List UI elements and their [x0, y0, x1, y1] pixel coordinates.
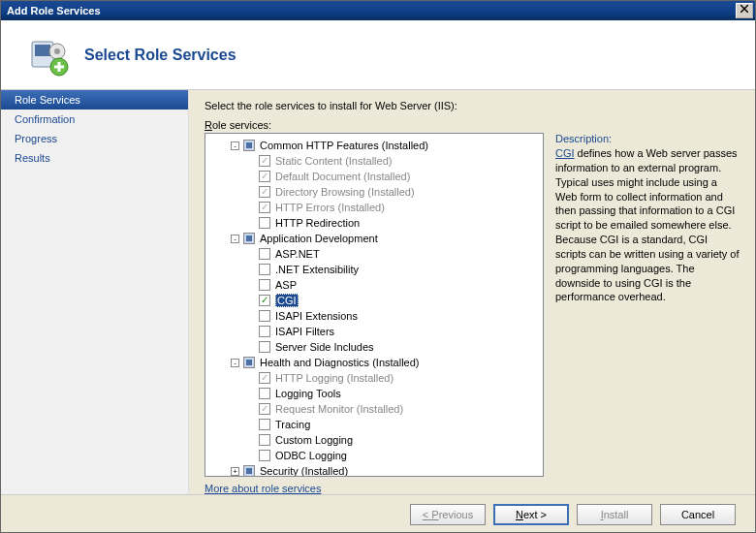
- tree-item[interactable]: ISAPI Filters: [205, 324, 543, 339]
- tree-item-label: ODBC Logging: [275, 450, 347, 461]
- role-services-tree[interactable]: -Common HTTP Features (Installed)Static …: [205, 133, 544, 477]
- tree-item-label: Request Monitor (Installed): [275, 403, 403, 415]
- collapse-icon[interactable]: -: [231, 359, 239, 367]
- tree-item-label: HTTP Redirection: [275, 217, 360, 229]
- window-titlebar: Add Role Services: [1, 1, 755, 20]
- wizard-sidebar: Role Services Confirmation Progress Resu…: [1, 90, 189, 494]
- checkbox[interactable]: [259, 310, 270, 322]
- tree-item-label: Default Document (Installed): [275, 171, 410, 182]
- tree-item[interactable]: Server Side Includes: [205, 339, 543, 355]
- checkbox[interactable]: [243, 465, 255, 477]
- tree-item-label: Directory Browsing (Installed): [275, 186, 415, 198]
- tree-item[interactable]: Static Content (Installed): [205, 153, 543, 169]
- wizard-icon: [24, 32, 71, 78]
- checkbox[interactable]: [259, 326, 270, 337]
- tree-item-label: Server Side Includes: [275, 341, 374, 353]
- tree-item-label: CGI: [275, 294, 299, 307]
- tree-item-label: Tracing: [275, 419, 310, 430]
- install-button[interactable]: Install: [577, 504, 652, 525]
- checkbox[interactable]: [259, 388, 270, 399]
- tree-item-label: HTTP Errors (Installed): [275, 202, 385, 213]
- page-title: Select Role Services: [84, 47, 236, 64]
- tree-item[interactable]: -Common HTTP Features (Installed): [205, 138, 543, 153]
- tree-item[interactable]: -Health and Diagnostics (Installed): [205, 355, 543, 370]
- svg-point-3: [54, 48, 60, 54]
- intro-text: Select the role services to install for …: [205, 100, 740, 111]
- sidebar-item-label: Progress: [15, 133, 57, 144]
- tree-item[interactable]: Logging Tools: [205, 386, 543, 401]
- tree-item[interactable]: CGI: [205, 293, 543, 308]
- wizard-header: Select Role Services: [1, 20, 755, 90]
- checkbox[interactable]: [259, 264, 270, 275]
- tree-item-label: Health and Diagnostics (Installed): [260, 357, 419, 368]
- checkbox[interactable]: [259, 341, 270, 353]
- tree-item[interactable]: HTTP Errors (Installed): [205, 200, 543, 215]
- checkbox[interactable]: [259, 248, 270, 260]
- checkbox[interactable]: [259, 434, 270, 446]
- checkbox[interactable]: [259, 450, 270, 461]
- tree-item-label: HTTP Logging (Installed): [275, 372, 394, 384]
- expand-icon[interactable]: +: [231, 467, 239, 476]
- tree-item[interactable]: HTTP Logging (Installed): [205, 370, 543, 386]
- role-services-label: Role services:: [205, 119, 740, 131]
- content-area: Select the role services to install for …: [189, 90, 755, 494]
- collapse-icon[interactable]: -: [231, 141, 239, 150]
- tree-item[interactable]: ODBC Logging: [205, 448, 543, 463]
- checkbox[interactable]: [259, 419, 270, 430]
- description-body: defines how a Web server passes informat…: [555, 147, 740, 302]
- tree-item[interactable]: .NET Extensibility: [205, 262, 543, 277]
- sidebar-item-label: Confirmation: [15, 113, 75, 125]
- checkbox: [259, 186, 270, 198]
- tree-item[interactable]: Request Monitor (Installed): [205, 401, 543, 417]
- sidebar-item-label: Role Services: [15, 94, 80, 106]
- tree-item[interactable]: Directory Browsing (Installed): [205, 184, 543, 200]
- close-button[interactable]: [736, 3, 753, 18]
- tree-item[interactable]: HTTP Redirection: [205, 215, 543, 231]
- tree-item[interactable]: ASP.NET: [205, 246, 543, 262]
- sidebar-item-role-services[interactable]: Role Services: [1, 90, 188, 110]
- tree-item-label: Security (Installed): [260, 465, 348, 477]
- tree-item[interactable]: Tracing: [205, 417, 543, 432]
- collapse-icon[interactable]: -: [231, 235, 239, 243]
- checkbox[interactable]: [243, 357, 255, 368]
- checkbox: [259, 403, 270, 415]
- checkbox[interactable]: [259, 279, 270, 291]
- sidebar-item-results[interactable]: Results: [1, 148, 188, 168]
- tree-item[interactable]: ASP: [205, 277, 543, 293]
- description-panel: Description: CGI defines how a Web serve…: [555, 133, 740, 477]
- tree-item[interactable]: Custom Logging: [205, 432, 543, 448]
- tree-item[interactable]: -Application Development: [205, 231, 543, 246]
- tree-item-label: ASP: [275, 279, 297, 291]
- sidebar-item-progress[interactable]: Progress: [1, 129, 188, 148]
- tree-item-label: ISAPI Extensions: [275, 310, 358, 322]
- checkbox[interactable]: [259, 217, 270, 229]
- checkbox[interactable]: [243, 140, 255, 151]
- more-about-link[interactable]: More about role services: [205, 483, 740, 494]
- checkbox[interactable]: [259, 295, 270, 306]
- cancel-button[interactable]: Cancel: [660, 504, 736, 525]
- checkbox[interactable]: [243, 233, 255, 244]
- tree-item-label: Application Development: [260, 233, 378, 244]
- close-icon: [740, 5, 748, 13]
- tree-item[interactable]: Default Document (Installed): [205, 169, 543, 184]
- checkbox: [259, 372, 270, 384]
- tree-item-label: Static Content (Installed): [275, 155, 392, 167]
- sidebar-item-confirmation[interactable]: Confirmation: [1, 110, 188, 129]
- window-title: Add Role Services: [7, 5, 101, 16]
- tree-item-label: ISAPI Filters: [275, 326, 334, 337]
- wizard-footer: < Previous Next > Install Cancel: [1, 494, 755, 533]
- tree-item-label: Logging Tools: [275, 388, 341, 399]
- tree-item[interactable]: ISAPI Extensions: [205, 308, 543, 324]
- checkbox: [259, 202, 270, 213]
- checkbox: [259, 155, 270, 167]
- description-text: CGI defines how a Web server passes info…: [555, 146, 740, 304]
- tree-item-label: ASP.NET: [275, 248, 320, 260]
- previous-button[interactable]: < Previous: [410, 504, 486, 525]
- tree-item-label: Custom Logging: [275, 434, 353, 446]
- sidebar-item-label: Results: [15, 152, 50, 164]
- description-link[interactable]: CGI: [555, 147, 575, 159]
- description-label: Description:: [555, 133, 740, 144]
- tree-item[interactable]: +Security (Installed): [205, 463, 543, 477]
- checkbox: [259, 171, 270, 182]
- next-button[interactable]: Next >: [493, 504, 569, 525]
